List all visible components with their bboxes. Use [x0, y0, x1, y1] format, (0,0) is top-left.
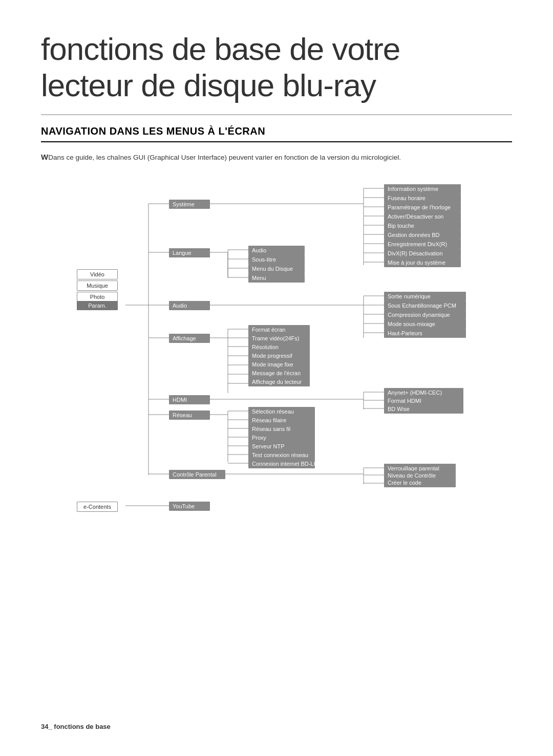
menu-hdmi: HDMI [169, 395, 210, 404]
menu-audio-lang: Audio [248, 246, 305, 255]
menu-menu-disque: Menu du Disque [248, 264, 305, 273]
section-title: NAVIGATION DANS LES MENUS À L'ÉCRAN [41, 125, 512, 142]
menu-co-live: Connexion internet BD-LIVE [248, 459, 315, 468]
menu-format-ecran: Format écran [248, 325, 310, 334]
menu-mode-mixage: Mode sous-mixage [384, 319, 466, 329]
menu-bd-wise: BD Wise [384, 404, 463, 414]
menu-controle: Contrôle Parental [169, 470, 225, 479]
menu-affichage: Affichage [169, 334, 210, 343]
w-letter: W [41, 153, 48, 161]
menu-video: Vidéo [77, 269, 118, 279]
menu-res-filaire: Réseau filaire [248, 416, 315, 425]
menu-fuseau: Fuseau horaire [384, 193, 461, 203]
menu-sous-titre: Sous-titre [248, 255, 305, 264]
menu-langue: Langue [169, 248, 210, 257]
footer-text: 34_ fonctions de base [41, 723, 111, 730]
menu-photo: Photo [77, 292, 118, 302]
menu-maj-sys: Mise à jour du système [384, 258, 461, 267]
menu-param-horloge: Paramétrage de l'horloge [384, 203, 461, 212]
menu-param: Param. [77, 301, 118, 310]
menu-systeme: Système [169, 200, 210, 209]
menu-audio: Audio [169, 301, 210, 310]
menu-gestion-bd: Gestion données BD [384, 230, 461, 240]
menu-res-wifi: Réseau sans fil [248, 424, 315, 434]
menu-enreg-divx: Enregistrement DivX(R) [384, 240, 461, 249]
menu-mode-progressif: Mode progressif [248, 351, 310, 360]
menu-sel-reseau: Sélection réseau [248, 407, 315, 416]
menu-haut-parleurs: Haut-Parleurs [384, 329, 466, 338]
menu-musique: Musique [77, 280, 118, 291]
menu-resolution: Résolution [248, 342, 310, 352]
menu-creer-code: Créer le code [384, 478, 456, 487]
menu-message-ecran: Message de l'écran [248, 369, 310, 378]
menu-serveur-ntp: Serveur NTP [248, 442, 315, 451]
menu-econtents: e-Contents [77, 502, 118, 512]
menu-mode-image: Mode image fixe [248, 360, 310, 369]
menu-proxy: Proxy [248, 433, 315, 442]
menu-youtube: YouTube [169, 502, 210, 511]
menu-affichage-lecteur: Affichage du lecteur [248, 377, 310, 386]
menu-activer-son: Activer/Désactiver son [384, 212, 461, 221]
menu-reseau: Réseau [169, 411, 210, 420]
menu-info-sys: Information système [384, 184, 461, 193]
page-title: fonctions de base de votre lecteur de di… [41, 31, 512, 104]
menu-bip-touche: Bip touche [384, 221, 461, 230]
menu-trame-video: Trame vidéo(24Fs) [248, 334, 310, 343]
menu-sous-ech: Sous Echantillonnage PCM [384, 301, 466, 310]
intro-paragraph: WDans ce guide, les chaînes GUI (Graphic… [41, 152, 512, 163]
menu-diagram: Vidéo Musique Photo Param. e-Contents Sy… [46, 178, 507, 536]
menu-sortie-num: Sortie numérique [384, 292, 466, 301]
menu-test-co: Test connexion réseau [248, 450, 315, 460]
menu-compression: Compression dynamique [384, 310, 466, 319]
menu-menu: Menu [248, 273, 305, 283]
menu-divx-desact: DivX(R) Désactivation [384, 249, 461, 258]
